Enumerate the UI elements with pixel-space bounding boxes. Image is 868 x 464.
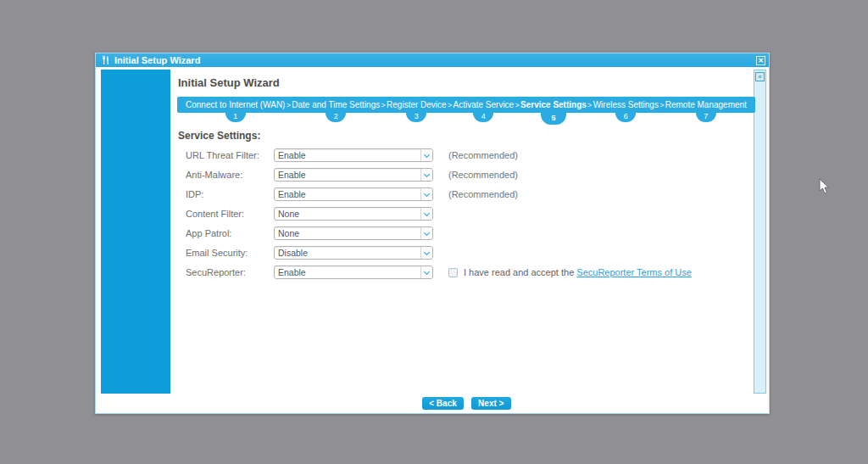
chevron-down-icon[interactable] bbox=[420, 208, 432, 220]
chevron-down-icon[interactable] bbox=[420, 149, 432, 161]
idp-select[interactable]: Enable bbox=[274, 187, 433, 201]
window-title: Initial Setup Wizard bbox=[114, 55, 200, 65]
field-label: Content Filter: bbox=[177, 209, 274, 219]
chevron-down-icon[interactable] bbox=[420, 188, 432, 200]
step-connect-to-internet[interactable]: Connect to Internet (WAN) 1 bbox=[186, 97, 285, 113]
form-row-url-threat-filter: URL Threat Filter: Enable (Recommended) bbox=[177, 148, 755, 162]
step-number-badge: 4 bbox=[473, 113, 493, 122]
wizard-window: Initial Setup Wizard ✕ « Initial Setup W… bbox=[95, 53, 770, 414]
service-settings-form: URL Threat Filter: Enable (Recommended) … bbox=[177, 148, 755, 285]
content-filter-select[interactable]: None bbox=[274, 207, 433, 221]
select-value: None bbox=[275, 208, 420, 220]
chevron-down-icon[interactable] bbox=[420, 227, 432, 239]
agreement-row: I have read and accept the SecuReporter … bbox=[448, 267, 692, 277]
field-label: App Patrol: bbox=[177, 228, 274, 238]
mouse-cursor bbox=[819, 178, 831, 195]
url-threat-filter-select[interactable]: Enable bbox=[274, 148, 433, 162]
select-value: None bbox=[275, 227, 420, 239]
anti-malware-select[interactable]: Enable bbox=[274, 168, 433, 182]
select-value: Disable bbox=[275, 247, 420, 259]
step-remote-management[interactable]: Remote Management 7 bbox=[665, 97, 747, 113]
step-wireless-settings[interactable]: Wireless Settings 6 bbox=[593, 97, 659, 113]
step-separator: > bbox=[659, 101, 664, 109]
step-number-badge: 6 bbox=[615, 113, 636, 122]
field-label: URL Threat Filter: bbox=[177, 150, 274, 160]
steps-breadcrumb: Connect to Internet (WAN) 1 > Date and T… bbox=[177, 97, 755, 113]
recommended-note: (Recommended) bbox=[448, 170, 518, 180]
step-number-badge: 3 bbox=[406, 113, 426, 122]
main-content: Initial Setup Wizard Connect to Internet… bbox=[177, 67, 756, 413]
form-row-content-filter: Content Filter: None bbox=[177, 207, 755, 221]
app-patrol-select[interactable]: None bbox=[274, 226, 433, 240]
field-label: Email Security: bbox=[177, 248, 274, 258]
field-label: IDP: bbox=[177, 189, 274, 199]
step-service-settings-active[interactable]: Service Settings 5 bbox=[520, 97, 587, 113]
form-row-email-security: Email Security: Disable bbox=[177, 246, 755, 260]
desktop: { "window": { "title": "Initial Setup Wi… bbox=[0, 0, 868, 464]
wizard-sidebar bbox=[101, 70, 170, 394]
step-number-badge-active: 5 bbox=[541, 113, 566, 125]
chevron-down-icon[interactable] bbox=[420, 169, 432, 181]
agreement-text: I have read and accept the SecuReporter … bbox=[464, 267, 692, 277]
wizard-footer: < Back Next > bbox=[177, 397, 756, 410]
field-label: Anti-Malware: bbox=[177, 170, 274, 180]
step-separator: > bbox=[587, 101, 592, 109]
step-separator: > bbox=[448, 101, 452, 109]
form-row-secureporter: SecuReporter: Enable I have read and acc… bbox=[177, 266, 755, 279]
form-row-anti-malware: Anti-Malware: Enable (Recommended) bbox=[177, 168, 755, 182]
step-activate-service[interactable]: Activate Service 4 bbox=[453, 97, 514, 113]
step-separator: > bbox=[381, 101, 386, 109]
email-security-select[interactable]: Disable bbox=[274, 246, 433, 260]
step-number-badge: 2 bbox=[326, 113, 346, 122]
select-value: Enable bbox=[275, 188, 420, 200]
secureporter-terms-link[interactable]: SecuReporter Terms of Use bbox=[576, 267, 692, 277]
close-icon[interactable]: ✕ bbox=[756, 56, 765, 65]
next-button[interactable]: Next > bbox=[471, 397, 511, 410]
step-number-badge: 1 bbox=[225, 113, 246, 122]
select-value: Enable bbox=[275, 266, 420, 278]
recommended-note: (Recommended) bbox=[448, 150, 518, 160]
step-number-badge: 7 bbox=[696, 113, 716, 122]
window-body: « Initial Setup Wizard Connect to Intern… bbox=[96, 67, 769, 413]
window-titlebar[interactable]: Initial Setup Wizard ✕ bbox=[96, 53, 769, 67]
select-value: Enable bbox=[275, 149, 420, 161]
chevron-down-icon[interactable] bbox=[420, 266, 432, 278]
chevron-down-icon[interactable] bbox=[420, 247, 432, 259]
collapse-icon[interactable]: « bbox=[755, 72, 765, 81]
section-title: Service Settings: bbox=[178, 130, 260, 142]
step-register-device[interactable]: Register Device 3 bbox=[387, 97, 447, 113]
wizard-tools-icon bbox=[101, 55, 111, 65]
step-separator: > bbox=[515, 101, 519, 109]
form-row-app-patrol: App Patrol: None bbox=[177, 226, 755, 240]
select-value: Enable bbox=[275, 169, 420, 181]
form-row-idp: IDP: Enable (Recommended) bbox=[177, 187, 755, 201]
recommended-note: (Recommended) bbox=[448, 189, 518, 199]
back-button[interactable]: < Back bbox=[422, 397, 464, 410]
page-title: Initial Setup Wizard bbox=[178, 76, 280, 89]
secureporter-select[interactable]: Enable bbox=[274, 266, 433, 279]
field-label: SecuReporter: bbox=[177, 267, 274, 277]
step-date-and-time[interactable]: Date and Time Settings 2 bbox=[292, 97, 380, 113]
step-separator: > bbox=[287, 101, 291, 109]
agreement-checkbox[interactable] bbox=[448, 268, 458, 277]
